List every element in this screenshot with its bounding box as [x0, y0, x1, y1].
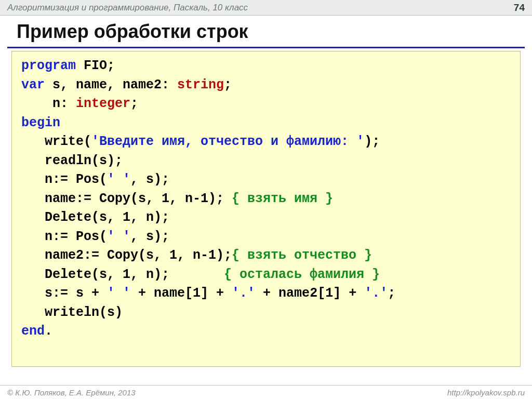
slide: Алгоритмизация и программирование, Паска…: [0, 0, 532, 399]
l6-str: ' ': [107, 229, 130, 244]
vars1: s, name, name2:: [45, 77, 177, 92]
kw-end: end: [21, 324, 45, 339]
code-box: program FIO; var s, name, name2: string;…: [11, 51, 521, 367]
footer-copyright: © К.Ю. Поляков, Е.А. Ерёмин, 2013: [7, 388, 136, 397]
l1-str: 'Введите имя, отчество и фамилию: ': [91, 134, 364, 149]
l1-post: );: [364, 134, 380, 149]
header-bar: Алгоритмизация и программирование, Паска…: [0, 0, 532, 16]
kw-var: var: [21, 77, 45, 92]
l9-s3: '.': [364, 286, 388, 301]
l6-post: , s);: [130, 229, 169, 244]
l7-cmt: { взять отчество }: [232, 248, 372, 263]
indent-n: n:: [21, 96, 76, 111]
l9-d: ;: [388, 286, 395, 301]
l3-post: , s);: [130, 172, 169, 187]
end-dot: .: [45, 324, 52, 339]
semi1: ;: [224, 77, 232, 92]
course-label: Алгоритмизация и программирование, Паска…: [7, 3, 248, 13]
footer-url: http://kpolyakov.spb.ru: [447, 388, 525, 397]
l9-c: + name2[1] +: [255, 286, 364, 301]
l9-s1: ' ': [107, 286, 130, 301]
l5: Delete(s, 1, n);: [21, 210, 169, 225]
l1-pre: write(: [21, 134, 91, 149]
type-string: string: [177, 77, 224, 92]
l3-pre: n:= Pos(: [21, 172, 107, 187]
slide-title: Пример обработки строк: [17, 21, 248, 43]
l6-pre: n:= Pos(: [21, 229, 107, 244]
kw-program: program: [21, 58, 76, 73]
l2: readln(s);: [21, 153, 123, 168]
l4-pre: name:= Copy(s, 1, n-1);: [21, 191, 232, 206]
l3-str: ' ': [107, 172, 130, 187]
title-underline: [7, 47, 525, 48]
type-integer: integer: [76, 96, 130, 111]
l8-pre: Delete(s, 1, n);: [21, 267, 224, 282]
l10: writeln(s): [21, 305, 123, 320]
kw-begin: begin: [21, 115, 60, 130]
semi2: ;: [130, 96, 138, 111]
l8-cmt: { осталась фамилия }: [224, 267, 380, 282]
l7-pre: name2:= Copy(s, 1, n-1);: [21, 248, 232, 263]
footer-bar: © К.Ю. Поляков, Е.А. Ерёмин, 2013 http:/…: [0, 385, 532, 399]
prog-name: FIO;: [76, 58, 115, 73]
l9-s2: '.': [232, 286, 255, 301]
l9-a: s:= s +: [21, 286, 107, 301]
l9-b: + name[1] +: [130, 286, 232, 301]
l4-cmt: { взять имя }: [232, 191, 333, 206]
page-number: 74: [514, 2, 525, 14]
